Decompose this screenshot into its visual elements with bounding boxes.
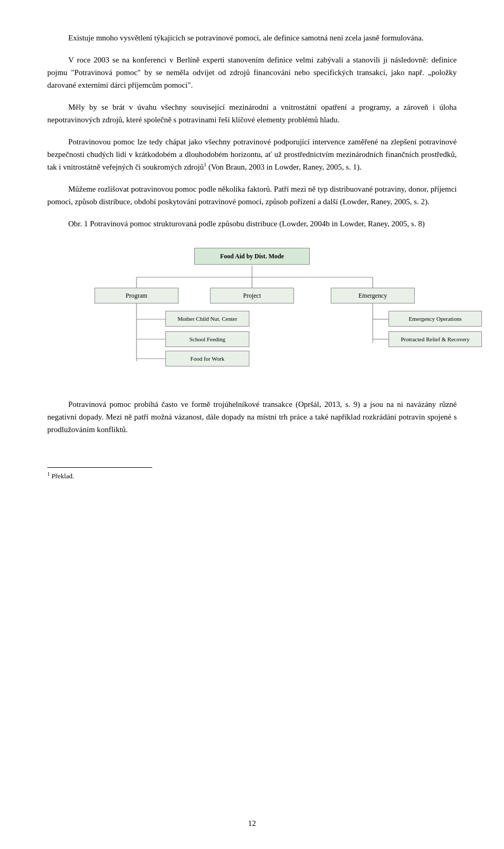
sub1-1-label: Mother Child Nut. Center [177, 316, 237, 322]
diagram-col3: Emergency [331, 288, 415, 303]
page-number-text: 12 [248, 819, 256, 827]
paragraph-2: V roce 2003 se na konferenci v Berlíně e… [47, 54, 457, 91]
footnote: 1 Překlad. [47, 471, 457, 480]
diagram-top-box: Food Aid by Dist. Mode [194, 248, 310, 265]
p2-text: V roce 2003 se na konferenci v Berlíně e… [47, 56, 457, 89]
diagram-sub3-2: Protracted Relief & Recovery [388, 331, 482, 347]
footnote-divider [47, 467, 152, 468]
diagram-sub3-1: Emergency Operations [388, 311, 482, 327]
sub3-2-label: Protracted Relief & Recovery [401, 336, 469, 342]
p4-end-text: (Von Braun, 2003 in Lowder, Raney, 2005,… [206, 163, 361, 171]
paragraph-5: Můžeme rozlišovat potravinovou pomoc pod… [47, 183, 457, 208]
paragraph-1: Existuje mnoho vysvětlení týkajících se … [47, 32, 457, 44]
sub3-1-label: Emergency Operations [409, 316, 462, 322]
page-number: 12 [248, 819, 256, 828]
diagram-wrapper: Food Aid by Dist. Mode Program Project E… [47, 246, 457, 382]
diagram-sub1-1: Mother Child Nut. Center [165, 311, 249, 327]
p3-text: Měly by se brát v úvahu všechny souvisej… [47, 103, 457, 124]
paragraph-4: Potravinovou pomoc lze tedy chápat jako … [47, 135, 457, 173]
col3-label: Emergency [359, 292, 387, 300]
diagram-col1: Program [94, 288, 178, 303]
footnote-text: Překlad. [51, 472, 74, 480]
diagram: Food Aid by Dist. Mode Program Project E… [74, 246, 430, 382]
col1-label: Program [125, 292, 147, 300]
page: Existuje mnoho vysvětlení týkajících se … [0, 0, 504, 849]
diagram-sub1-2: School Feeding [165, 331, 249, 347]
figure-caption: Obr. 1 Potravinová pomoc strukturovaná p… [47, 217, 457, 230]
diagram-lines [74, 246, 430, 382]
p5-text: Můžeme rozlišovat potravinovou pomoc pod… [47, 185, 457, 206]
paragraph-6: Potravinová pomoc probíhá často ve formě… [47, 398, 457, 436]
footnote-number: 1 [47, 471, 50, 477]
p1-text: Existuje mnoho vysvětlení týkajících se … [68, 34, 424, 42]
p6-text: Potravinová pomoc probíhá často ve formě… [47, 400, 457, 434]
diagram-col2: Project [210, 288, 294, 303]
sub1-3-label: Food for Work [191, 355, 225, 362]
col2-label: Project [243, 292, 261, 300]
caption-text: Obr. 1 Potravinová pomoc strukturovaná p… [68, 219, 425, 228]
paragraph-3: Měly by se brát v úvahu všechny souvisej… [47, 101, 457, 126]
top-label: Food Aid by Dist. Mode [220, 253, 284, 260]
diagram-sub1-3: Food for Work [165, 351, 249, 366]
sub1-2-label: School Feeding [190, 336, 226, 342]
